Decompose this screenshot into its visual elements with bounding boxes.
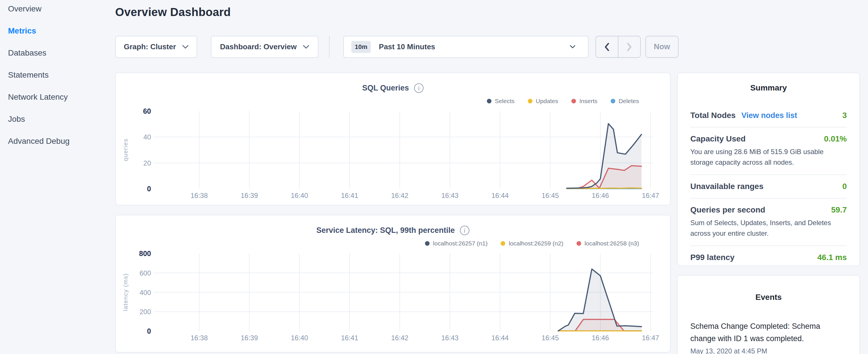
x-tick-label: 16:43 (441, 334, 459, 342)
dashboard-dropdown[interactable]: Dashboard: Overview (211, 36, 318, 58)
sidebar-item-statements[interactable]: Statements (8, 70, 115, 80)
x-tick-label: 16:38 (191, 192, 208, 199)
sidebar-nav: OverviewMetricsDatabasesStatementsNetwor… (0, 0, 115, 354)
page-title: Overview Dashboard (115, 6, 231, 19)
main-content: Overview Dashboard Graph: Cluster Dashbo… (115, 0, 671, 354)
summary-row-capacity-used: Capacity Used0.01% (690, 134, 847, 143)
x-tick-label: 16:45 (541, 192, 559, 199)
x-tick-label: 16:44 (492, 334, 509, 342)
service-latency-plot[interactable]: 16:3816:3916:4016:4116:4216:4316:4416:45… (116, 250, 670, 347)
event-timestamp: May 13, 2020 at 4:45 PM (690, 347, 847, 354)
summary-panel: Summary Total NodesView nodes list3Capac… (677, 72, 860, 266)
legend-item-localhost-26257-n1: localhost:26257 (n1) (425, 240, 488, 247)
summary-row-queries-per-second: Queries per second59.7 (690, 205, 847, 215)
time-forward-button[interactable] (618, 36, 640, 57)
summary-row-label: Total Nodes (690, 111, 736, 120)
legend-dot (528, 99, 532, 103)
y-tick-label: 0 (147, 327, 151, 335)
x-tick-label: 16:41 (341, 334, 358, 342)
sidebar-item-jobs[interactable]: Jobs (8, 114, 115, 124)
y-tick-label: 800 (139, 250, 151, 257)
x-tick-label: 16:39 (241, 334, 258, 342)
chevron-left-icon (604, 43, 610, 51)
x-tick-label: 16:40 (291, 334, 308, 342)
x-tick-label: 16:41 (341, 192, 358, 199)
legend-dot (501, 241, 505, 246)
time-range-dropdown[interactable]: 10m Past 10 Minutes (343, 36, 589, 58)
x-tick-label: 16:39 (241, 192, 258, 199)
legend-dot (487, 99, 492, 103)
summary-row-value: 59.7 (831, 205, 847, 215)
summary-row-description: Sum of Selects, Updates, Inserts, and De… (690, 217, 847, 238)
chevron-right-icon (627, 43, 632, 51)
sidebar-item-databases[interactable]: Databases (8, 48, 115, 58)
summary-row-label: Queries per second (690, 205, 765, 215)
legend-label: Deletes (619, 98, 639, 104)
legend-label: Selects (495, 98, 515, 104)
legend-item-selects: Selects (487, 98, 515, 104)
sidebar-item-overview[interactable]: Overview (8, 4, 115, 14)
y-tick-label: 400 (140, 289, 151, 296)
x-tick-label: 16:42 (391, 334, 408, 342)
legend-item-inserts: Inserts (571, 98, 597, 104)
summary-row-label: Capacity Used (690, 134, 746, 143)
y-tick-label: 60 (143, 107, 151, 115)
summary-row-value: 46.1 ms (817, 253, 847, 262)
y-axis-unit-label: queries (122, 138, 129, 161)
legend-label: Updates (536, 98, 558, 104)
summary-row-unavailable-ranges: Unavailable ranges0 (690, 182, 847, 191)
summary-row-description: You are using 28.6 MiB of 515.9 GiB usab… (690, 147, 847, 167)
sidebar-item-metrics[interactable]: Metrics (8, 26, 115, 36)
summary-row-label: Unavailable ranges (690, 182, 764, 191)
x-tick-label: 16:43 (441, 192, 459, 199)
graph-dropdown-label: Graph: Cluster (124, 42, 176, 51)
y-tick-label: 40 (143, 133, 151, 141)
legend-item-localhost-26259-n2: localhost:26259 (n2) (501, 240, 563, 247)
legend-dot (571, 99, 576, 103)
x-tick-label: 16:44 (492, 192, 509, 199)
summary-row-p99-latency: P99 latency46.1 ms (690, 253, 847, 262)
time-back-button[interactable] (596, 36, 618, 57)
legend-item-updates: Updates (528, 98, 558, 104)
sql-queries-chart-card: SQL Queries i SelectsUpdatesInsertsDelet… (115, 72, 671, 205)
view-nodes-list-link[interactable]: View nodes list (741, 111, 797, 120)
sidebar-item-advanced-debug[interactable]: Advanced Debug (8, 136, 115, 146)
legend-item-deletes: Deletes (611, 98, 639, 104)
summary-row-value: 3 (842, 111, 847, 120)
sql-queries-plot[interactable]: 16:3816:3916:4016:4116:4216:4316:4416:45… (116, 107, 670, 205)
now-button[interactable]: Now (645, 36, 679, 58)
chevron-down-icon (570, 45, 576, 49)
info-icon[interactable]: i (414, 83, 424, 93)
events-heading: Events (690, 293, 847, 302)
sidebar-item-network-latency[interactable]: Network Latency (8, 92, 115, 102)
summary-row-label: P99 latency (690, 253, 735, 262)
legend-label: localhost:26257 (n1) (433, 240, 488, 247)
x-tick-label: 16:40 (291, 192, 308, 199)
x-tick-label: 16:47 (642, 192, 659, 199)
summary-divider (690, 127, 847, 127)
chart-title: SQL Queries (362, 84, 409, 93)
legend-label: localhost:26258 (n3) (585, 240, 639, 247)
legend-dot (577, 241, 581, 246)
info-icon[interactable]: i (460, 226, 469, 235)
dashboard-dropdown-label: Dashboard: Overview (220, 42, 297, 51)
summary-heading: Summary (690, 83, 847, 93)
x-tick-label: 16:38 (191, 334, 208, 342)
chart-title: Service Latency: SQL, 99th percentile (316, 226, 455, 235)
graph-dropdown[interactable]: Graph: Cluster (115, 36, 197, 58)
x-tick-label: 16:42 (391, 192, 408, 199)
y-tick-label: 600 (140, 269, 151, 277)
legend-label: localhost:26259 (n2) (509, 240, 563, 247)
summary-divider (690, 174, 847, 175)
chevron-down-icon (303, 45, 309, 49)
y-tick-label: 200 (140, 308, 151, 316)
chart-legend: localhost:26257 (n1)localhost:26259 (n2)… (425, 240, 639, 247)
right-column: Summary Total NodesView nodes list3Capac… (677, 72, 860, 354)
time-step-buttons (595, 36, 641, 58)
legend-dot (611, 99, 615, 103)
summary-row-value: 0.01% (824, 134, 847, 143)
x-tick-label: 16:47 (642, 334, 659, 342)
legend-label: Inserts (580, 98, 597, 104)
y-axis-unit-label: latency (ms) (122, 273, 129, 311)
summary-row-value: 0 (842, 182, 847, 191)
